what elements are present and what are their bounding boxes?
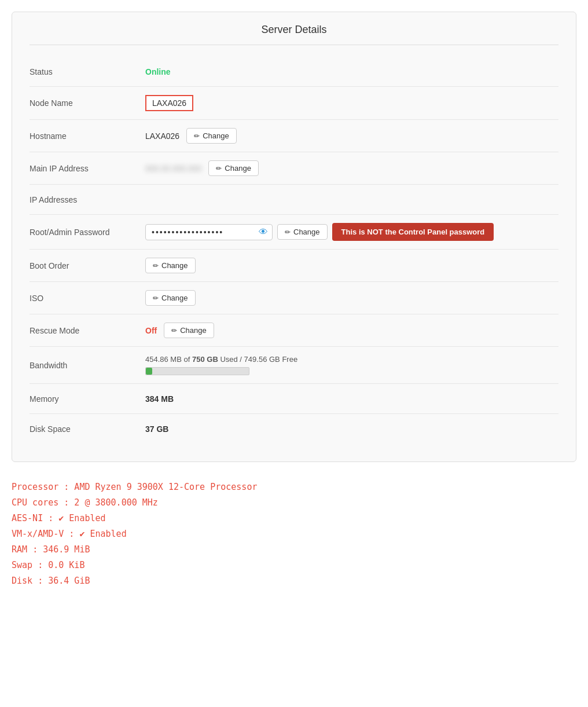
iso-change-button[interactable]: Change xyxy=(145,290,196,306)
boot-order-change-label: Change xyxy=(161,261,188,270)
main-ip-change-label: Change xyxy=(225,164,251,173)
rescue-mode-change-label: Change xyxy=(180,326,207,335)
swap-value: : 0.0 KiB xyxy=(38,560,84,570)
swap-line: Swap : 0.0 KiB xyxy=(12,558,576,573)
system-info-section: Processor : AMD Ryzen 9 3900X 12-Core Pr… xyxy=(12,474,576,595)
boot-order-label: Boot Order xyxy=(30,261,145,270)
root-password-row: Root/Admin Password 👁 Change This is NOT… xyxy=(30,215,558,250)
pencil-icon-iso xyxy=(153,294,159,302)
status-row: Status Online xyxy=(30,57,558,87)
processor-label: Processor xyxy=(12,482,58,492)
password-input-wrapper: 👁 xyxy=(145,224,273,240)
hostname-label: Hostname xyxy=(30,131,145,141)
iso-value: Change xyxy=(145,290,558,306)
main-ip-value: 000.00.000.000 Change xyxy=(145,160,558,176)
bandwidth-row: Bandwidth 454.86 MB of 750 GB Used / 749… xyxy=(30,347,558,384)
disk-info-value: : 36.4 GiB xyxy=(38,576,90,586)
ram-line: RAM : 346.9 MiB xyxy=(12,542,576,558)
pencil-icon-ip xyxy=(216,164,222,173)
main-ip-change-button[interactable]: Change xyxy=(208,160,259,176)
cpu-label: CPU cores xyxy=(12,497,58,508)
bandwidth-label: Bandwidth xyxy=(30,361,145,370)
node-name-value: LAXA026 xyxy=(145,95,558,111)
bandwidth-progress-fill xyxy=(146,368,152,375)
iso-change-label: Change xyxy=(161,294,188,302)
bandwidth-free-label: Free xyxy=(282,355,297,364)
processor-line: Processor : AMD Ryzen 9 3900X 12-Core Pr… xyxy=(12,479,576,495)
iso-label: ISO xyxy=(30,294,145,303)
ram-label: RAM xyxy=(12,544,32,555)
main-ip-row: Main IP Address 000.00.000.000 Change xyxy=(30,152,558,185)
ip-addresses-row: IP Addresses xyxy=(30,185,558,215)
ip-addresses-label: IP Addresses xyxy=(30,195,145,204)
bandwidth-section: 454.86 MB of 750 GB Used / 749.56 GB Fre… xyxy=(145,355,297,375)
boot-order-row: Boot Order Change xyxy=(30,250,558,282)
hostname-change-button[interactable]: Change xyxy=(186,128,237,144)
rescue-mode-value: Off Change xyxy=(145,323,558,338)
password-change-button[interactable]: Change xyxy=(277,224,328,240)
hostname-change-label: Change xyxy=(203,131,229,140)
not-control-panel-warning-button[interactable]: This is NOT the Control Panel password xyxy=(332,223,494,241)
boot-order-value: Change xyxy=(145,258,558,273)
disk-line: Disk : 36.4 GiB xyxy=(12,573,576,589)
memory-label: Memory xyxy=(30,394,145,404)
root-password-value: 👁 Change This is NOT the Control Panel p… xyxy=(145,223,558,241)
pencil-icon xyxy=(194,131,200,140)
rescue-mode-label: Rescue Mode xyxy=(30,326,145,335)
rescue-mode-row: Rescue Mode Off Change xyxy=(30,314,558,347)
disk-space-value: 37 GB xyxy=(145,424,558,434)
bandwidth-progress-bar xyxy=(145,367,249,375)
node-name-label: Node Name xyxy=(30,98,145,108)
status-label: Status xyxy=(30,67,145,76)
status-online: Online xyxy=(145,67,171,76)
main-ip-label: Main IP Address xyxy=(30,164,145,173)
aes-label: AES-NI xyxy=(12,513,48,523)
pencil-icon-boot xyxy=(153,261,159,270)
bandwidth-text: 454.86 MB of 750 GB Used / 749.56 GB Fre… xyxy=(145,355,297,364)
vmx-value: : ✔ Enabled xyxy=(69,529,126,539)
vmx-line: VM-x/AMD-V : ✔ Enabled xyxy=(12,526,576,542)
bandwidth-used-label: Used / xyxy=(220,355,244,364)
memory-display: 384 MB xyxy=(145,394,174,404)
password-change-label: Change xyxy=(293,228,320,236)
swap-label: Swap xyxy=(12,560,38,570)
cpu-line: CPU cores : 2 @ 3800.000 MHz xyxy=(12,495,576,511)
rescue-off-status: Off xyxy=(145,326,157,335)
iso-row: ISO Change xyxy=(30,282,558,314)
status-value: Online xyxy=(145,67,558,76)
processor-value: : AMD Ryzen 9 3900X 12-Core Processor xyxy=(64,482,257,492)
hostname-text: LAXA026 xyxy=(145,131,179,141)
server-details-card: Server Details Status Online Node Name L… xyxy=(12,12,576,462)
eye-icon[interactable]: 👁 xyxy=(259,227,268,237)
pencil-icon-pass xyxy=(285,228,291,236)
memory-row: Memory 384 MB xyxy=(30,384,558,414)
disk-display: 37 GB xyxy=(145,424,168,434)
hostname-row: Hostname LAXA026 Change xyxy=(30,120,558,152)
boot-order-change-button[interactable]: Change xyxy=(145,258,196,273)
root-password-input[interactable] xyxy=(145,224,273,240)
node-name-row: Node Name LAXA026 xyxy=(30,87,558,120)
disk-space-label: Disk Space xyxy=(30,424,145,434)
bandwidth-value: 454.86 MB of 750 GB Used / 749.56 GB Fre… xyxy=(145,355,558,375)
aes-value: : ✔ Enabled xyxy=(48,513,105,523)
vmx-label: VM-x/AMD-V xyxy=(12,529,64,539)
bandwidth-used: 454.86 MB xyxy=(145,355,182,364)
cpu-value: : 2 @ 3800.000 MHz xyxy=(64,497,158,508)
disk-info-label: Disk xyxy=(12,576,38,586)
node-name-box: LAXA026 xyxy=(145,95,193,111)
pencil-icon-rescue xyxy=(171,326,177,335)
ip-address-blurred: 000.00.000.000 xyxy=(145,164,201,173)
bandwidth-total: 750 GB xyxy=(192,355,218,364)
ram-value: : 346.9 MiB xyxy=(32,544,90,555)
hostname-value: LAXA026 Change xyxy=(145,128,558,144)
bandwidth-free: 749.56 GB xyxy=(244,355,280,364)
aes-line: AES-NI : ✔ Enabled xyxy=(12,511,576,526)
rescue-mode-change-button[interactable]: Change xyxy=(164,323,214,338)
disk-space-row: Disk Space 37 GB xyxy=(30,414,558,444)
bandwidth-of: of xyxy=(184,355,192,364)
memory-value: 384 MB xyxy=(145,394,558,404)
root-password-label: Root/Admin Password xyxy=(30,228,145,237)
card-title: Server Details xyxy=(30,24,558,45)
